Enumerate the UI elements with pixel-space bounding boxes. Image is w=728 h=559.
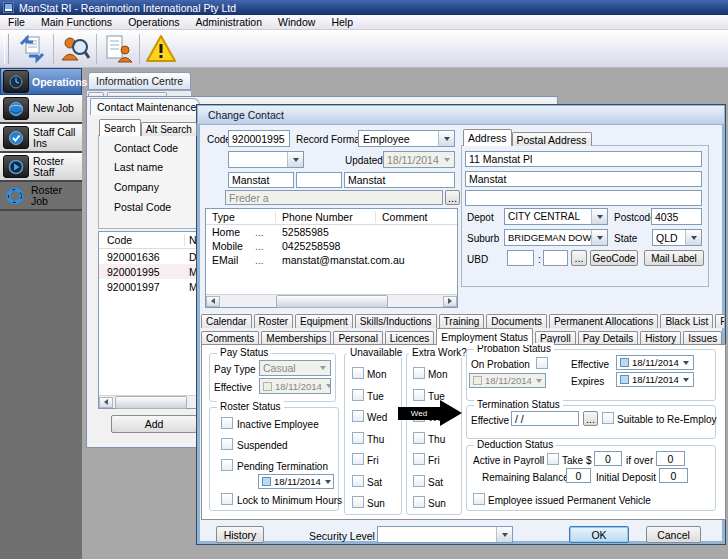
extra-work-mon-checkbox[interactable] [413,367,425,379]
column-comment[interactable]: Comment [376,211,428,223]
scroll-left-button[interactable] [206,296,220,307]
sidebar-item-roster-job[interactable]: Roster Job [0,182,82,211]
phone-row-ellipsis[interactable]: ... [255,254,276,266]
address-line3-field[interactable] [465,190,702,206]
first-name-field[interactable]: Manstat [228,172,294,188]
unavailable-fri-checkbox[interactable] [352,453,364,465]
tab-calendar[interactable]: Calendar [201,314,252,328]
phone-row[interactable]: Home ... 52585985 [206,225,457,239]
unavailable-mon-checkbox[interactable] [352,367,364,379]
sidebar-header-operations[interactable]: Operations [0,68,82,95]
unavailable-wed-checkbox[interactable] [352,410,364,422]
tab-training[interactable]: Training [439,314,485,328]
title-dropdown[interactable] [228,151,304,168]
tab-information-centre[interactable]: Information Centre [88,72,191,90]
lookup-ellipsis-button[interactable]: ... [445,190,460,205]
menu-help[interactable]: Help [323,15,361,29]
person-report-button[interactable] [100,32,136,66]
contact-maintenance-title-tab[interactable]: Contact Maintenance [90,98,200,115]
middle-name-field[interactable] [296,172,342,188]
extra-work-fri-checkbox[interactable] [413,453,425,465]
suburb-dropdown[interactable]: BRIDGEMAN DOWNS [504,229,608,246]
security-level-dropdown[interactable] [377,526,513,543]
probation-effective-date-picker[interactable]: 18/11/2014 [616,355,694,370]
if-over-field[interactable]: 0 [656,451,685,466]
record-format-dropdown[interactable]: Employee [358,130,455,147]
lock-minimum-hours-checkbox[interactable] [221,493,233,505]
scroll-right-button[interactable] [443,296,457,307]
sidebar-item-new-job[interactable]: New Job [0,95,82,124]
state-dropdown[interactable]: QLD [652,229,702,246]
unavailable-sun-checkbox[interactable] [352,496,364,508]
address-line2-field[interactable]: Manstat [465,171,702,187]
tab-search[interactable]: Search [99,119,141,136]
tab-comments[interactable]: Comments [201,331,259,345]
code-field[interactable]: 920001995 [228,130,290,147]
depot-dropdown[interactable]: CITY CENTRAL [504,208,608,225]
take-amount-field[interactable]: 0 [594,451,622,466]
extra-work-sat-checkbox[interactable] [413,475,425,487]
date-checkbox-icon[interactable] [262,477,271,486]
tab-history[interactable]: History [640,331,681,345]
tab-permanent-allocations[interactable]: Permanent Allocations [549,314,659,328]
phone-row[interactable]: EMail ... manstat@manstat.com.au [206,253,457,267]
suitable-reemploy-checkbox[interactable] [602,412,614,424]
date-checkbox-icon[interactable] [620,375,629,384]
horizontal-scrollbar[interactable] [206,294,457,307]
pending-termination-date-picker[interactable]: 18/11/2014 [258,474,334,489]
tab-equipment[interactable]: Equipment [295,314,353,328]
postcode-field[interactable]: 4035 [651,208,702,225]
extra-work-tue-checkbox[interactable] [413,389,425,401]
tab-employment-status[interactable]: Employment Status [436,328,533,345]
ubd-field-1[interactable] [507,250,534,266]
address-line1-field[interactable]: 11 Manstat Pl [465,151,702,167]
sidebar-item-staff-call-ins[interactable]: Staff Call Ins [0,124,82,153]
tab-skills-inductions[interactable]: Skills/Inductions [355,314,437,328]
tab-address[interactable]: Address [463,129,512,146]
tab-personal[interactable]: Personal [333,331,382,345]
menu-file[interactable]: File [0,15,33,29]
tab-roster[interactable]: Roster [254,314,293,328]
take-checkbox[interactable] [547,453,559,465]
scroll-left-button[interactable] [99,397,113,408]
add-button[interactable]: Add [111,415,197,433]
unavailable-tue-checkbox[interactable] [352,389,364,401]
menu-administration[interactable]: Administration [188,15,271,29]
last-name-field[interactable]: Manstat [344,172,455,188]
column-code[interactable]: Code [99,234,185,246]
probation-expires-date-picker[interactable]: 18/11/2014 [616,372,694,387]
scrollbar-thumb[interactable] [276,295,388,308]
phone-list[interactable]: Type Phone Number Comment Home ... 52585… [205,208,458,308]
menu-window[interactable]: Window [270,15,323,29]
initial-deposit-field[interactable]: 0 [659,468,688,483]
phone-row-ellipsis[interactable]: ... [255,240,276,252]
scrollbar-thumb[interactable] [115,396,187,409]
toolbar-grip[interactable] [4,34,9,64]
inactive-employee-checkbox[interactable] [221,417,233,429]
permanent-vehicle-checkbox[interactable] [473,493,485,505]
unavailable-sat-checkbox[interactable] [352,475,364,487]
menu-main-functions[interactable]: Main Functions [33,15,120,29]
sidebar-item-roster-staff[interactable]: Roster Staff [0,153,82,182]
tab-pay-details[interactable]: Pay Details [578,331,639,345]
termination-ellipsis-button[interactable]: ... [583,411,598,426]
extra-work-thu-checkbox[interactable] [413,432,425,444]
find-person-button[interactable] [57,32,93,66]
suspended-checkbox[interactable] [221,438,233,450]
remaining-balance-field[interactable]: 0 [566,468,591,483]
phone-row[interactable]: Mobile ... 0425258598 [206,239,457,253]
ubd-field-2[interactable] [543,250,568,266]
ubd-ellipsis-button[interactable]: ... [571,250,587,266]
tab-documents[interactable]: Documents [486,314,547,328]
ok-button[interactable]: OK [569,526,629,543]
date-checkbox-icon[interactable] [620,358,629,367]
tab-issues[interactable]: Issues [683,331,722,345]
history-button[interactable]: History [216,526,264,543]
menu-operations[interactable]: Operations [120,15,187,29]
tab-preferences[interactable]: Preferences [715,314,724,328]
cancel-button[interactable]: Cancel [646,526,701,543]
tab-black-list[interactable]: Black List [660,314,713,328]
pending-termination-checkbox[interactable] [221,459,233,471]
mail-label-button[interactable]: Mail Label [644,250,704,266]
tab-postal-address[interactable]: Postal Address [512,132,592,146]
